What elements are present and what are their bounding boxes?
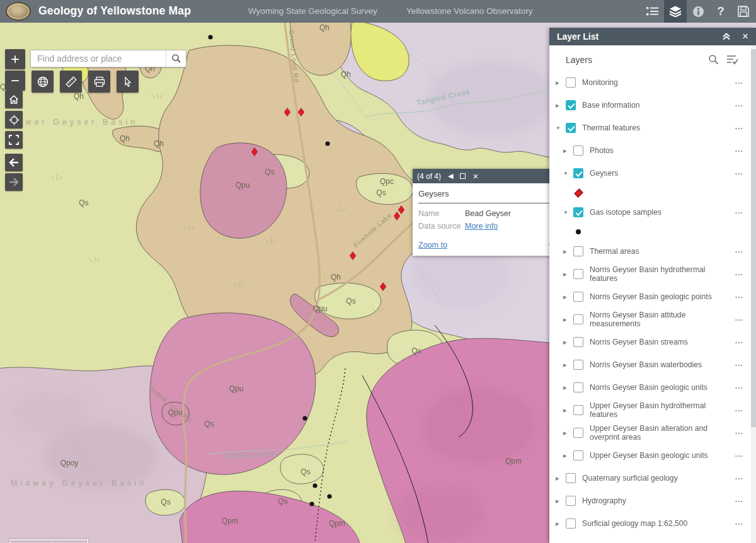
fullscreen-button[interactable] [5,131,23,149]
info-button[interactable] [687,0,709,23]
layer-options-button[interactable]: ••• [735,476,743,481]
layer-label: Upper Geyser Basin hydrothermal features [590,401,735,419]
gas-sample-feature[interactable] [327,494,331,498]
more-info-link[interactable]: More info [465,222,498,231]
popup-header[interactable]: (4 of 4) ◀ × [413,169,564,183]
next-extent-button[interactable] [5,173,23,191]
layer-expand-arrow[interactable]: ▶ [556,521,563,527]
panel-collapse-button[interactable] [722,31,731,42]
layer-visibility-checkbox[interactable] [573,207,583,217]
zoom-out-button[interactable]: − [5,71,25,91]
layer-options-button[interactable]: ••• [735,430,743,436]
layer-visibility-checkbox[interactable] [573,450,583,460]
home-button[interactable] [5,91,23,108]
popup-close-button[interactable]: × [472,171,478,181]
popup-attribute-table: Name Bead Geyser Data source More info [418,209,558,231]
layer-expand-arrow[interactable]: ▼ [563,210,571,215]
gas-sample-feature[interactable] [208,35,212,39]
save-button[interactable] [732,0,755,23]
print-button[interactable] [88,71,110,93]
popup-maximize-button[interactable] [460,173,466,179]
layer-expand-arrow[interactable]: ▼ [556,125,563,131]
layer-visibility-checkbox[interactable] [573,314,583,324]
layer-search-icon[interactable] [708,54,719,65]
layer-list-header[interactable]: Layer List × [549,28,756,45]
layer-visibility-checkbox[interactable] [573,360,583,370]
layer-visibility-checkbox[interactable] [573,382,583,392]
filter-options-icon[interactable] [726,54,738,65]
layer-expand-arrow[interactable]: ▶ [556,80,563,86]
layer-expand-arrow[interactable]: ▶ [563,453,571,459]
layer-options-button[interactable]: ••• [735,385,743,391]
layer-options-button[interactable]: ••• [735,317,743,323]
layer-options-button[interactable]: ••• [735,340,743,345]
search-submit-button[interactable] [166,50,186,67]
gas-sample-feature[interactable] [309,501,314,506]
layer-options-button[interactable]: ••• [735,453,743,459]
popup-previous-button[interactable]: ◀ [448,172,453,180]
basemap-gallery-button[interactable] [32,71,54,93]
layer-visibility-checkbox[interactable] [566,473,576,483]
layer-options-button[interactable]: ••• [735,103,743,108]
layer-options-button[interactable]: ••• [735,521,743,527]
zoom-in-button[interactable]: + [5,49,25,69]
layer-visibility-checkbox[interactable] [573,168,583,178]
layer-visibility-checkbox[interactable] [566,100,576,110]
scrollbar-thumb[interactable] [751,49,756,427]
layer-options-button[interactable]: ••• [735,80,743,86]
layer-expand-arrow[interactable]: ▶ [556,476,563,481]
legend-button[interactable] [641,0,664,23]
layer-options-button[interactable]: ••• [735,408,743,413]
layer-options-button[interactable]: ••• [735,210,743,215]
gas-sample-feature[interactable] [325,141,329,146]
layer-visibility-checkbox[interactable] [573,146,583,156]
layer-visibility-checkbox[interactable] [573,428,583,438]
layer-options-button[interactable]: ••• [735,171,743,176]
layer-visibility-checkbox[interactable] [566,518,576,529]
layer-options-button[interactable]: ••• [735,125,743,131]
layer-visibility-checkbox[interactable] [573,269,583,279]
layer-visibility-checkbox[interactable] [566,496,576,506]
my-location-button[interactable] [5,111,23,129]
layer-options-button[interactable]: ••• [735,249,743,254]
layer-options-button[interactable]: ••• [735,148,743,154]
layer-expand-arrow[interactable]: ▶ [556,103,563,108]
layer-options-button[interactable]: ••• [735,294,743,300]
layer-visibility-checkbox[interactable] [573,405,583,415]
layer-expand-arrow[interactable]: ▶ [563,317,571,323]
previous-extent-button[interactable] [5,154,23,171]
layer-expand-arrow[interactable]: ▶ [563,272,571,277]
gas-sample-feature[interactable] [312,483,317,488]
zoom-to-link[interactable]: Zoom to [418,241,447,249]
layer-expand-arrow[interactable]: ▶ [563,148,571,154]
layer-options-button[interactable]: ••• [735,362,743,368]
measurement-button[interactable] [60,71,82,93]
layer-label: Upper Geyser Basin geologic units [590,451,735,460]
layer-expand-arrow[interactable]: ▶ [563,385,571,391]
help-button[interactable]: ? [709,0,732,23]
layer-expand-arrow[interactable]: ▼ [563,171,571,176]
map-label: Qpu [229,384,244,393]
gas-sample-feature[interactable] [302,416,307,420]
layer-visibility-checkbox[interactable] [573,337,583,347]
layer-visibility-checkbox[interactable] [573,292,583,302]
layer-expand-arrow[interactable]: ▶ [563,340,571,345]
layer-expand-arrow[interactable]: ▶ [563,362,571,368]
layer-expand-arrow[interactable]: ▶ [563,249,571,254]
layer-visibility-checkbox[interactable] [573,246,583,256]
layer-list-button[interactable] [664,0,687,23]
layer-visibility-checkbox[interactable] [566,77,576,88]
layer-visibility-checkbox[interactable] [566,123,576,133]
search-input[interactable] [31,50,166,67]
layer-options-button[interactable]: ••• [735,498,743,504]
panel-close-button[interactable]: × [742,30,748,43]
layer-expand-arrow[interactable]: ▶ [563,294,571,300]
header-link-wsgs[interactable]: Wyoming State Geological Survey [248,6,377,16]
layer-expand-arrow[interactable]: ▶ [563,408,571,413]
layer-options-button[interactable]: ••• [735,272,743,277]
layer-expand-arrow[interactable]: ▶ [556,498,563,504]
panel-scrollbar[interactable] [751,45,756,543]
layer-expand-arrow[interactable]: ▶ [563,430,571,436]
select-button[interactable] [117,71,139,93]
header-link-yvo[interactable]: Yellowstone Volcano Observatory [406,6,533,16]
